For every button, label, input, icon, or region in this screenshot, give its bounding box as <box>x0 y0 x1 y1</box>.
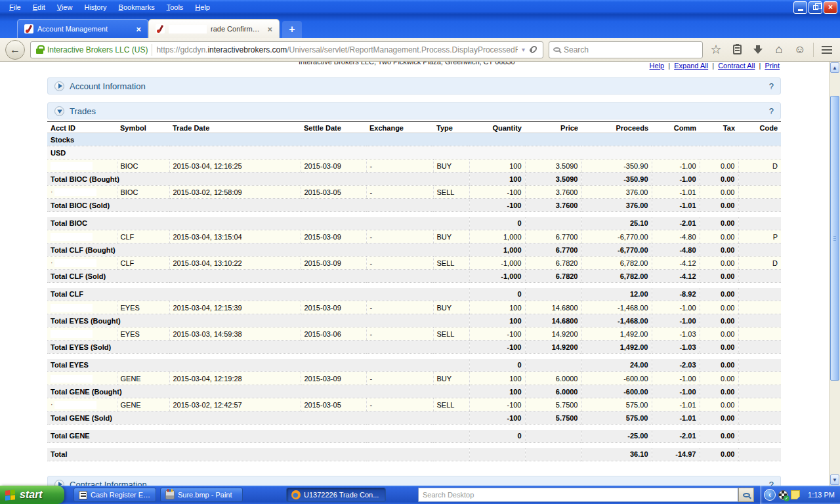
restore-button[interactable] <box>808 1 822 14</box>
cash-register-icon <box>79 491 87 499</box>
link-expand-all[interactable]: Expand All <box>674 62 708 70</box>
table-row: BIOC2015-03-04, 12:16:252015-03-09-BUY10… <box>47 159 781 173</box>
table-row <box>47 425 781 430</box>
redacted-account-id <box>51 375 93 383</box>
taskbar-item-firefox[interactable]: U1372226 Trade Con... <box>286 488 386 502</box>
redacted-account-id <box>54 259 96 267</box>
column-header: Quantity <box>469 122 525 133</box>
search-input[interactable] <box>564 45 698 54</box>
url-text[interactable]: https://gdcdyn.interactivebrokers.com/Un… <box>156 45 518 54</box>
scroll-up-icon[interactable]: ▲ <box>830 62 839 73</box>
table-row: Total EYES (Sold)-10014.92001,492.00-1.0… <box>47 341 781 354</box>
menu-help[interactable]: Help <box>190 2 215 12</box>
vertical-scrollbar[interactable]: ▲ ▼ <box>829 62 840 486</box>
table-row: Total CLF (Bought)1,0006.7700-6,770.00-4… <box>47 243 781 257</box>
search-icon <box>553 47 560 52</box>
desktop-search-input[interactable] <box>418 488 738 502</box>
menu-bookmarks[interactable]: Bookmarks <box>114 2 160 12</box>
tab-close-icon[interactable]: × <box>136 24 141 34</box>
downloads-icon[interactable] <box>750 42 766 58</box>
ib-favicon-icon <box>24 24 33 33</box>
divider: | <box>708 62 718 70</box>
navigation-toolbar: ← Interactive Brokers LLC (US) https://g… <box>0 38 840 62</box>
reload-icon[interactable] <box>528 45 539 55</box>
link-print[interactable]: Print <box>765 62 780 70</box>
section-trades[interactable]: Trades ? <box>47 102 781 119</box>
feedback-icon[interactable]: ☺ <box>792 42 808 58</box>
scroll-down-icon[interactable]: ▼ <box>830 474 839 485</box>
browser-window: FileEditViewHistoryBookmarksToolsHelp × … <box>0 0 840 504</box>
menu-file[interactable]: File <box>4 2 26 12</box>
link-contract-all[interactable]: Contract All <box>718 62 755 70</box>
table-row: GENE2015-03-04, 12:19:282015-03-09-BUY10… <box>47 372 781 385</box>
browser-search-box[interactable] <box>549 41 703 58</box>
tab-label: rade Confirmatio... <box>211 25 263 33</box>
taskbar-item-cash-register[interactable]: Cash Register Expres... <box>74 488 156 502</box>
system-tray: ‹ 1:13 PM <box>760 486 840 504</box>
table-row: Total CLF012.00-8.920.00 <box>47 288 781 301</box>
report-links: Help | Expand All | Contract All | Print <box>650 62 780 70</box>
table-row: ·CLF2015-03-04, 13:10:222015-03-09-SELL-… <box>47 257 781 270</box>
section-title: Contract Information <box>70 480 147 486</box>
table-row: Total GENE (Sold)-1005.7500575.00-1.010.… <box>47 411 781 425</box>
menu-edit[interactable]: Edit <box>28 2 51 12</box>
table-row: CLF2015-03-04, 13:15:042015-03-09-BUY1,0… <box>47 230 781 243</box>
close-button[interactable]: × <box>824 1 837 14</box>
column-header: Trade Date <box>169 122 301 133</box>
desktop-search-button[interactable] <box>738 488 754 502</box>
column-header: Settle Date <box>301 122 366 133</box>
back-button[interactable]: ← <box>5 40 25 60</box>
section-account-information[interactable]: Account Information ? <box>47 77 781 94</box>
collapse-arrow-icon[interactable] <box>54 106 64 116</box>
table-row: Total EYES024.00-2.030.00 <box>47 359 781 372</box>
link-help[interactable]: Help <box>650 62 665 70</box>
scrollbar-thumb[interactable] <box>830 96 839 381</box>
table-row <box>47 443 781 448</box>
site-identity[interactable]: Interactive Brokers LLC (US) <box>47 45 148 54</box>
reading-list-icon[interactable] <box>729 42 745 58</box>
help-icon[interactable]: ? <box>769 81 774 91</box>
column-header: Exchange <box>366 122 433 133</box>
tray-sync-icon[interactable] <box>778 490 788 500</box>
redacted-account-id <box>51 233 93 241</box>
section-contract-information[interactable]: Contract Information ? <box>47 476 781 486</box>
menu-hamburger-icon[interactable] <box>819 42 835 58</box>
tab-trade-confirmation[interactable]: rade Confirmatio... × <box>148 19 280 38</box>
redacted-account-id <box>169 25 207 33</box>
tab-close-icon[interactable]: × <box>267 24 272 34</box>
help-icon[interactable]: ? <box>769 480 774 486</box>
paint-icon <box>165 490 175 499</box>
divider <box>152 44 152 56</box>
help-icon[interactable]: ? <box>769 106 774 116</box>
menu-view[interactable]: View <box>52 2 78 12</box>
minimize-button[interactable] <box>793 1 807 14</box>
menu-bar: FileEditViewHistoryBookmarksToolsHelp <box>4 2 215 12</box>
tray-chevron-icon[interactable]: ‹ <box>764 489 776 501</box>
new-tab-button[interactable]: + <box>282 21 302 38</box>
table-row: Total BIOC (Sold)-1003.7600376.00-1.010.… <box>47 199 781 212</box>
home-icon[interactable]: ⌂ <box>771 42 787 58</box>
taskbar-item-paint[interactable]: Sure.bmp - Paint <box>160 488 243 502</box>
url-dropdown-icon[interactable]: ▾ <box>522 46 525 53</box>
clock: 1:13 PM <box>808 491 840 499</box>
table-row: EYES2015-03-04, 12:15:392015-03-09-BUY10… <box>47 301 781 314</box>
menu-tools[interactable]: Tools <box>161 2 189 12</box>
redacted-account-id <box>51 162 93 170</box>
start-label: start <box>20 489 43 501</box>
expand-arrow-icon[interactable] <box>54 480 64 486</box>
tray-note-icon[interactable] <box>791 490 800 499</box>
expand-arrow-icon[interactable] <box>54 81 64 91</box>
start-button[interactable]: start <box>0 486 64 504</box>
bookmark-star-icon[interactable]: ☆ <box>708 42 724 58</box>
table-row: Total BIOC (Bought)1003.5090-350.90-1.00… <box>47 173 781 186</box>
column-header: Acct ID <box>47 122 117 133</box>
column-header: Proceeds <box>581 122 652 133</box>
menu-history[interactable]: History <box>79 2 112 12</box>
tab-account-management[interactable]: Account Management × <box>17 19 148 38</box>
page-content: Interactive Brokers LLC, Two Pickwick Pl… <box>0 62 840 486</box>
divider: | <box>664 62 674 70</box>
window-titlebar: FileEditViewHistoryBookmarksToolsHelp × <box>0 0 840 14</box>
section-title: Trades <box>70 106 96 116</box>
url-bar[interactable]: Interactive Brokers LLC (US) https://gdc… <box>30 41 543 58</box>
table-row: Total EYES (Bought)10014.6800-1,468.00-1… <box>47 314 781 327</box>
